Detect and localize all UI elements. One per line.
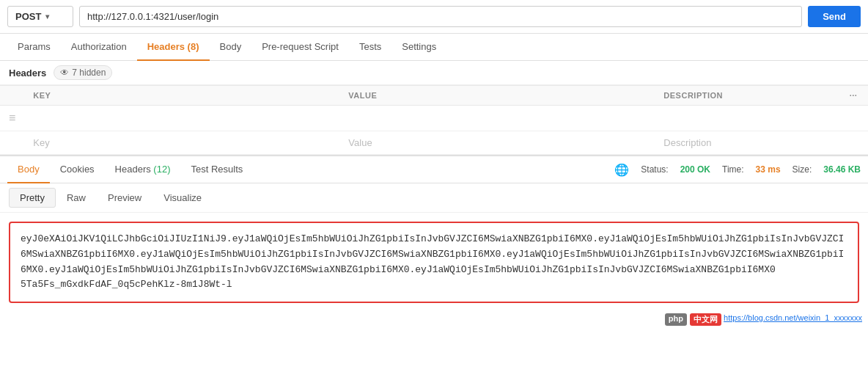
- format-tab-raw[interactable]: Raw: [56, 188, 97, 208]
- watermark-link[interactable]: https://blog.csdn.net/weixin_1_xxxxxxx: [724, 313, 862, 326]
- headers-subsection: Headers 👁 7 hidden: [0, 61, 868, 85]
- drag-handle-2: [0, 131, 24, 155]
- request-tabs: Params Authorization Headers (8) Body Pr…: [0, 34, 868, 61]
- token-display: eyJ0eXAiOiJKV1QiLCJhbGciOiJIUzI1NiJ9.eyJ…: [9, 222, 859, 303]
- php-badge: php: [665, 313, 687, 326]
- response-section: Body Cookies Headers (12) Test Results 🌐…: [0, 155, 868, 327]
- key-col-header: KEY: [24, 86, 339, 106]
- tab-headers[interactable]: Headers (8): [137, 34, 210, 61]
- format-tabs: Pretty Raw Preview Visualize: [0, 183, 868, 213]
- hidden-headers-badge[interactable]: 👁 7 hidden: [54, 65, 112, 80]
- tab-body[interactable]: Body: [210, 34, 252, 61]
- actions-col-header: ···: [839, 86, 868, 106]
- url-input[interactable]: [79, 6, 802, 27]
- status-value: 200 OK: [680, 164, 710, 175]
- chevron-down-icon: ▾: [45, 12, 49, 21]
- size-value: 36.46 KB: [823, 164, 861, 175]
- description-cell: [655, 106, 839, 131]
- tab-params[interactable]: Params: [7, 34, 61, 61]
- time-value: 33 ms: [756, 164, 781, 175]
- key-cell: [24, 106, 339, 131]
- method-select[interactable]: POST ▾: [7, 6, 73, 27]
- tab-authorization[interactable]: Authorization: [61, 34, 137, 61]
- table-header-row: KEY VALUE DESCRIPTION ···: [0, 86, 868, 106]
- response-meta: 🌐 Status: 200 OK Time: 33 ms Size: 36.46…: [614, 163, 861, 177]
- tab-settings[interactable]: Settings: [391, 34, 446, 61]
- format-tab-visualize[interactable]: Visualize: [152, 188, 213, 208]
- cn-badge: 中文网: [690, 313, 721, 326]
- value-placeholder-cell[interactable]: Value: [339, 131, 655, 155]
- method-label: POST: [15, 11, 41, 22]
- hidden-count-label: 7 hidden: [72, 68, 106, 78]
- description-placeholder: Description: [663, 137, 711, 148]
- url-bar: POST ▾ Send: [0, 0, 868, 34]
- drag-col-header: [0, 86, 24, 106]
- key-placeholder: Key: [33, 137, 49, 148]
- status-label: Status:: [641, 164, 668, 175]
- globe-icon: 🌐: [614, 163, 629, 177]
- value-placeholder: Value: [348, 137, 372, 148]
- watermark-bar: php 中文网 https://blog.csdn.net/weixin_1_x…: [0, 312, 868, 327]
- description-placeholder-cell[interactable]: Description: [655, 131, 839, 155]
- format-tab-preview[interactable]: Preview: [97, 188, 152, 208]
- send-button[interactable]: Send: [808, 6, 861, 27]
- token-line-1: eyJ0eXAiOiJKV1QiLCJhbGciOiJIUzI1NiJ9.eyJ…: [21, 233, 844, 275]
- format-tab-pretty[interactable]: Pretty: [9, 188, 56, 208]
- size-label: Size:: [792, 164, 812, 175]
- tab-prerequest[interactable]: Pre-request Script: [251, 34, 349, 61]
- eye-icon: 👁: [60, 68, 69, 78]
- actions-cell: [839, 106, 868, 131]
- response-tabs: Body Cookies Headers (12) Test Results 🌐…: [0, 156, 868, 183]
- tab-tests[interactable]: Tests: [349, 34, 391, 61]
- actions-placeholder-cell: [839, 131, 868, 155]
- key-placeholder-cell[interactable]: Key: [24, 131, 339, 155]
- token-line-2: 5Ta5Fs_mGxdkFdAF_0q5cPehKlz-8m1J8Wt-l: [21, 279, 232, 290]
- response-tab-body[interactable]: Body: [7, 156, 50, 183]
- value-cell: [339, 106, 655, 131]
- headers-table: KEY VALUE DESCRIPTION ··· ≡ Key: [0, 85, 868, 155]
- response-tab-test-results[interactable]: Test Results: [180, 156, 253, 183]
- description-col-header: DESCRIPTION: [655, 86, 839, 106]
- table-row-placeholder: Key Value Description: [0, 131, 868, 155]
- response-tab-headers[interactable]: Headers (12): [105, 156, 181, 183]
- time-label: Time:: [722, 164, 744, 175]
- value-col-header: VALUE: [339, 86, 655, 106]
- response-tab-cookies[interactable]: Cookies: [50, 156, 105, 183]
- drag-handle: ≡: [0, 106, 24, 131]
- headers-section-title: Headers: [9, 68, 46, 79]
- table-row: ≡: [0, 106, 868, 131]
